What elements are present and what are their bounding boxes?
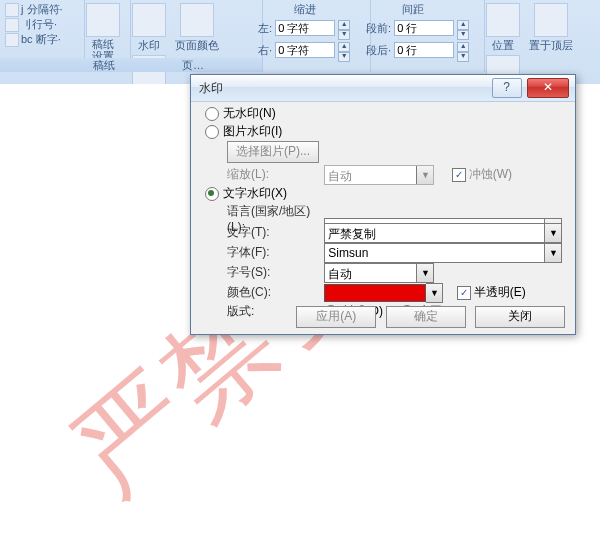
ribbon: j 分隔符· 刂行号· bc 断字· 稿纸 设置 稿纸 水印 页面颜色 页面 边… [0, 0, 600, 85]
spacing-after-input[interactable] [394, 42, 454, 58]
watermark-dialog: 水印 ? ✕ 无水印(N) 图片水印(I) 选择图片(P)... 缩放(L): … [190, 74, 576, 335]
ribbon-group-label [0, 58, 84, 72]
ok-button: 确定 [386, 306, 466, 328]
select-picture-button: 选择图片(P)... [227, 141, 319, 163]
indent-right-spinner[interactable]: ▲▼ [338, 42, 350, 62]
washout-checkbox: ✓ [452, 168, 466, 182]
watermark-icon [132, 3, 166, 37]
page-color-icon [180, 3, 214, 37]
close-button[interactable]: ✕ [527, 78, 569, 98]
indent-right-row: 右· ▲▼ [258, 42, 350, 62]
indent-title: 缩进 [294, 2, 316, 17]
indent-left-input[interactable] [275, 20, 335, 36]
scale-label: 缩放(L): [205, 166, 321, 183]
position-icon [486, 3, 520, 37]
watermark-button[interactable]: 水印 [129, 2, 169, 54]
position-button[interactable]: 位置 [483, 2, 523, 54]
indent-left-row: 左: ▲▼ [258, 20, 350, 40]
spacing-before-spinner[interactable]: ▲▼ [457, 20, 469, 40]
chevron-down-icon[interactable]: ▼ [544, 244, 561, 262]
gaozhi-button[interactable]: 稿纸 设置 [83, 2, 123, 63]
help-button[interactable]: ? [492, 78, 522, 98]
text-label: 文字(T): [205, 224, 321, 241]
text-combo[interactable]: 严禁复制▼ [324, 223, 562, 243]
color-swatch[interactable] [324, 284, 426, 302]
semitransparent-checkbox[interactable]: ✓ [457, 286, 471, 300]
dialog-titlebar: 水印 ? ✕ [191, 75, 575, 102]
ribbon-group-label-page: 页… [124, 58, 262, 72]
radio-text-watermark[interactable] [205, 187, 219, 201]
semitransparent-label: 半透明(E) [474, 285, 526, 299]
spacing-before-row: 段前: ▲▼ [366, 20, 469, 40]
spacing-before-input[interactable] [394, 20, 454, 36]
font-label: 字体(F): [205, 244, 321, 261]
ribbon-hyphenation[interactable]: bc 断字· [5, 32, 79, 47]
size-label: 字号(S): [205, 264, 321, 281]
font-combo[interactable]: Simsun▼ [324, 243, 562, 263]
close-dialog-button[interactable]: 关闭 [475, 306, 565, 328]
radio-no-watermark-label: 无水印(N) [223, 106, 276, 120]
chevron-down-icon[interactable]: ▼ [544, 224, 561, 242]
spacing-title: 间距 [402, 2, 424, 17]
radio-picture-watermark[interactable] [205, 125, 219, 139]
radio-no-watermark[interactable] [205, 107, 219, 121]
chevron-down-icon[interactable]: ▼ [426, 284, 442, 302]
color-combo-arrow[interactable]: ▼ [426, 283, 443, 303]
color-label: 颜色(C): [205, 284, 321, 301]
ribbon-breaks[interactable]: j 分隔符· [5, 2, 79, 17]
chevron-down-icon[interactable]: ▼ [416, 264, 433, 282]
dialog-title: 水印 [199, 80, 223, 97]
radio-text-watermark-label: 文字水印(X) [223, 186, 287, 200]
page-color-button[interactable]: 页面颜色 [172, 2, 222, 54]
bring-front-icon [534, 3, 568, 37]
bring-front-button[interactable]: 置于顶层 [526, 2, 576, 54]
scale-combo: 自动▼ [324, 165, 434, 185]
spacing-after-row: 段后· ▲▼ [366, 42, 469, 62]
apply-button: 应用(A) [296, 306, 376, 328]
ribbon-group-label-gaozhi: 稿纸 [78, 58, 130, 72]
washout-label: 冲蚀(W) [469, 167, 512, 181]
indent-left-spinner[interactable]: ▲▼ [338, 20, 350, 40]
dialog-footer: 应用(A) 确定 关闭 [191, 306, 575, 328]
chevron-down-icon: ▼ [416, 166, 433, 184]
ribbon-line-numbers[interactable]: 刂行号· [5, 17, 79, 32]
radio-picture-watermark-label: 图片水印(I) [223, 124, 282, 138]
spacing-after-spinner[interactable]: ▲▼ [457, 42, 469, 62]
size-combo[interactable]: 自动▼ [324, 263, 434, 283]
indent-right-input[interactable] [275, 42, 335, 58]
gaozhi-icon [86, 3, 120, 37]
